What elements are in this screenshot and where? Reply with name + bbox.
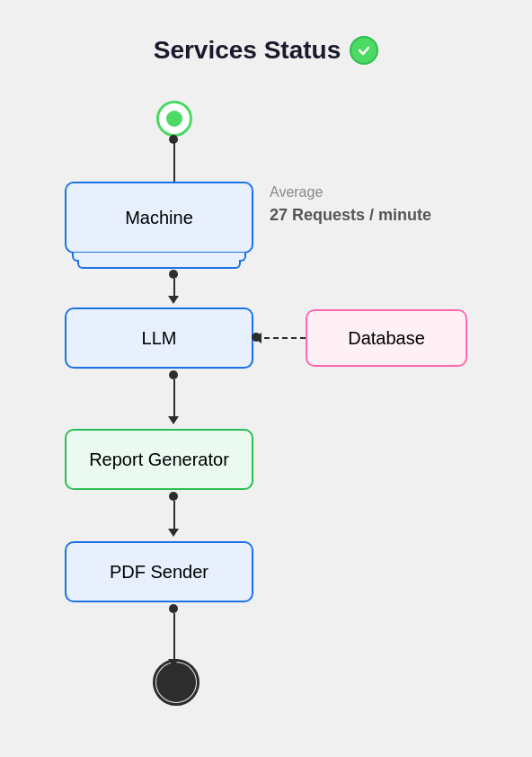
annotation: Average 27 Requests / minute	[270, 182, 431, 227]
report-box: Report Generator	[65, 429, 253, 490]
machine-label: Machine	[125, 208, 193, 228]
status-badge	[350, 36, 378, 65]
arrow-to-pdf	[168, 529, 179, 537]
database-label: Database	[348, 328, 425, 349]
title-text: Services Status	[154, 36, 341, 65]
page-title: Services Status	[154, 36, 379, 65]
dot-bottom-pdf	[169, 604, 178, 613]
report-label: Report Generator	[89, 450, 229, 470]
dot-bottom-machine	[169, 270, 178, 279]
dot-bottom-report	[169, 492, 178, 501]
annotation-label: Average	[270, 182, 431, 203]
annotation-value: 27 Requests / minute	[270, 203, 431, 227]
arrow-to-report	[168, 416, 179, 424]
database-box: Database	[306, 309, 467, 367]
arrow-to-llm	[168, 296, 179, 304]
connector-report-pdf	[173, 501, 175, 530]
pdf-label: PDF Sender	[110, 562, 208, 583]
start-inner	[166, 111, 182, 127]
llm-box: LLM	[65, 307, 253, 369]
machine-box: Machine	[65, 182, 253, 254]
connector-pdf-end	[173, 613, 175, 660]
dot-bottom-llm	[169, 370, 178, 379]
llm-label: LLM	[142, 328, 177, 349]
arrow-to-database	[253, 333, 262, 343]
connector-machine-llm	[173, 279, 175, 297]
pdf-box: PDF Sender	[65, 541, 253, 602]
diagram-container: Machine Average 27 Requests / minute LLM…	[0, 83, 532, 712]
end-node	[156, 663, 196, 702]
start-node	[156, 101, 192, 137]
connector-llm-report	[173, 379, 175, 417]
dashed-connector	[255, 337, 306, 339]
dot-top-machine	[169, 135, 178, 144]
